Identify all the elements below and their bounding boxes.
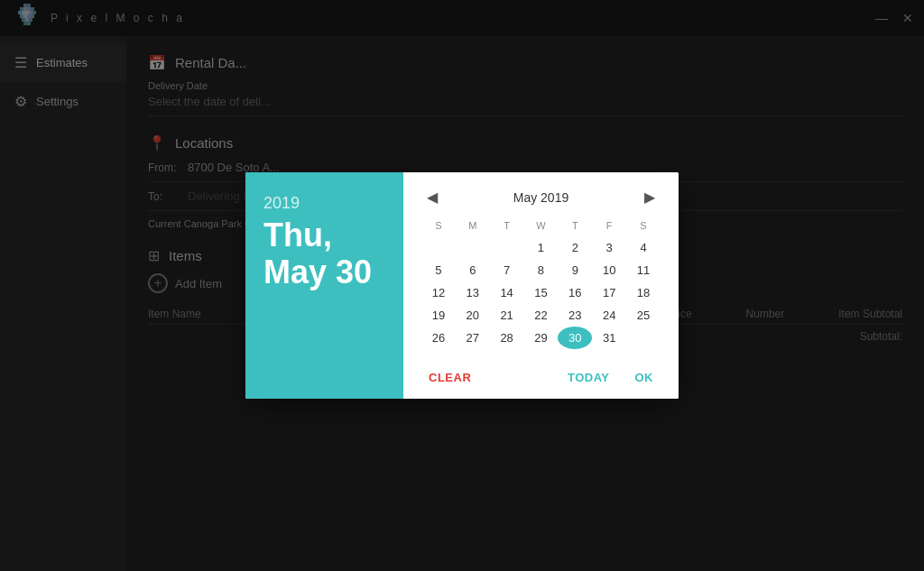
- calendar-day-7[interactable]: 7: [490, 259, 524, 281]
- calendar-day-27[interactable]: 27: [456, 327, 490, 349]
- calendar-actions: CLEAR TODAY OK: [421, 360, 661, 388]
- datepicker-left-panel: 2019 Thu, May 30: [245, 172, 403, 399]
- calendar-day-9[interactable]: 9: [558, 259, 592, 281]
- calendar-month-title: May 2019: [513, 190, 568, 205]
- calendar-weekday-header: S M T W T F S: [421, 218, 661, 236]
- calendar-day-31[interactable]: 31: [592, 327, 626, 349]
- calendar-actions-right: TODAY OK: [560, 367, 661, 388]
- calendar-header: ◀ May 2019 ▶: [421, 187, 661, 207]
- weekday-mon: M: [456, 218, 490, 236]
- calendar-week-4: 262728293031: [421, 327, 661, 349]
- calendar-day-empty: [456, 236, 490, 259]
- calendar-day-1[interactable]: 1: [524, 236, 559, 259]
- calendar-day-26[interactable]: 26: [421, 327, 456, 349]
- datepicker-dayofweek: Thu,: [263, 216, 332, 253]
- calendar-day-11[interactable]: 11: [626, 259, 661, 281]
- datepicker-monthday: May 30: [263, 253, 372, 290]
- calendar-week-0: 1234: [421, 236, 661, 259]
- weekday-thu: T: [558, 218, 592, 236]
- calendar-day-16[interactable]: 16: [558, 281, 592, 304]
- calendar-day-10[interactable]: 10: [592, 259, 626, 281]
- calendar-body: 1234567891011121314151617181920212223242…: [421, 236, 661, 349]
- calendar-day-3[interactable]: 3: [592, 236, 626, 259]
- calendar-week-2: 12131415161718: [421, 281, 661, 304]
- calendar-day-21[interactable]: 21: [490, 304, 524, 327]
- today-button[interactable]: TODAY: [560, 367, 617, 388]
- calendar-day-empty: [626, 327, 661, 349]
- weekday-sun: S: [421, 218, 456, 236]
- calendar-day-14[interactable]: 14: [490, 281, 524, 304]
- weekday-wed: W: [524, 218, 559, 236]
- calendar-day-25[interactable]: 25: [626, 304, 661, 327]
- prev-month-button[interactable]: ◀: [421, 187, 443, 207]
- calendar-day-6[interactable]: 6: [456, 259, 490, 281]
- calendar-day-15[interactable]: 15: [524, 281, 559, 304]
- calendar-day-8[interactable]: 8: [524, 259, 559, 281]
- calendar-day-28[interactable]: 28: [490, 327, 524, 349]
- datepicker-date: Thu, May 30: [263, 216, 385, 291]
- overlay: 2019 Thu, May 30 ◀ May 2019 ▶ S M T W: [0, 0, 924, 571]
- datepicker-year: 2019: [263, 194, 385, 213]
- calendar-day-30[interactable]: 30: [558, 327, 592, 349]
- calendar-day-13[interactable]: 13: [456, 281, 490, 304]
- calendar-day-4[interactable]: 4: [626, 236, 661, 259]
- calendar-day-29[interactable]: 29: [524, 327, 559, 349]
- calendar-week-1: 567891011: [421, 259, 661, 281]
- datepicker-dialog: 2019 Thu, May 30 ◀ May 2019 ▶ S M T W: [245, 172, 679, 399]
- calendar-grid: S M T W T F S 12345678910111213141516171…: [421, 218, 661, 349]
- calendar-day-17[interactable]: 17: [592, 281, 626, 304]
- ok-button[interactable]: OK: [628, 367, 661, 388]
- calendar-day-19[interactable]: 19: [421, 304, 456, 327]
- weekday-fri: F: [592, 218, 626, 236]
- calendar-week-3: 19202122232425: [421, 304, 661, 327]
- weekday-tue: T: [490, 218, 524, 236]
- calendar-day-2[interactable]: 2: [558, 236, 592, 259]
- calendar-day-24[interactable]: 24: [592, 304, 626, 327]
- datepicker-calendar: ◀ May 2019 ▶ S M T W T F S: [403, 172, 679, 399]
- calendar-day-23[interactable]: 23: [558, 304, 592, 327]
- calendar-day-empty: [421, 236, 456, 259]
- calendar-day-5[interactable]: 5: [421, 259, 456, 281]
- next-month-button[interactable]: ▶: [639, 187, 661, 207]
- weekday-sat: S: [626, 218, 661, 236]
- calendar-day-12[interactable]: 12: [421, 281, 456, 304]
- calendar-day-22[interactable]: 22: [524, 304, 559, 327]
- calendar-day-empty: [490, 236, 524, 259]
- calendar-day-18[interactable]: 18: [626, 281, 661, 304]
- clear-button[interactable]: CLEAR: [421, 367, 478, 388]
- calendar-day-20[interactable]: 20: [456, 304, 490, 327]
